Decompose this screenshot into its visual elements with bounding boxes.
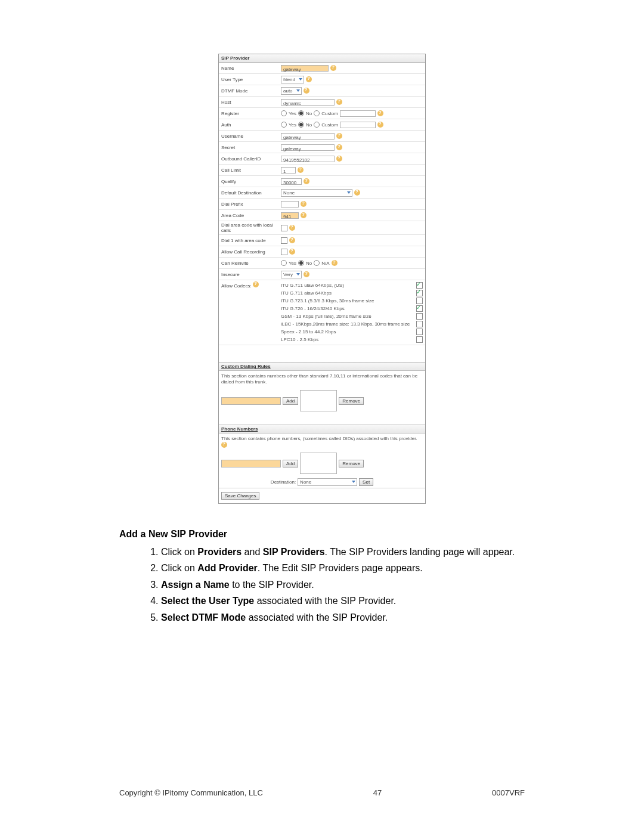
codec-checkbox[interactable] [416, 282, 423, 289]
help-icon[interactable] [336, 144, 342, 150]
dial-prefix-input[interactable] [281, 201, 299, 208]
page-footer: Copyright © IPitomy Communication, LLC 4… [0, 788, 644, 797]
help-icon[interactable] [330, 65, 336, 71]
dial-1-ac-checkbox[interactable] [281, 237, 287, 244]
custom-rules-remove-button[interactable]: Remove [339, 397, 364, 405]
username-input[interactable]: gateway [281, 133, 335, 140]
codec-row: ITU G.726 - 16/24/32/40 Kbps [281, 305, 423, 312]
help-icon[interactable] [377, 122, 383, 128]
help-icon[interactable] [336, 156, 342, 162]
phone-numbers-destination-row: Destination: None Set [219, 476, 425, 488]
auth-yes-radio[interactable] [281, 122, 287, 128]
reinvite-na-radio[interactable] [314, 260, 320, 266]
auth-custom-input[interactable] [340, 122, 376, 128]
field-qualify: Qualify 30000 [219, 176, 425, 187]
field-allow-recording: Allow Call Recording [219, 246, 425, 258]
qualify-input[interactable]: 30000 [281, 178, 302, 185]
field-default-destination: Default Destination None [219, 187, 425, 199]
secret-input[interactable]: gateway [281, 144, 335, 151]
codec-checkbox[interactable] [416, 290, 423, 296]
register-no-radio[interactable] [298, 110, 304, 116]
help-icon[interactable] [354, 190, 360, 196]
destination-select[interactable]: None [298, 478, 357, 486]
area-code-input[interactable]: 941 [281, 212, 299, 219]
phone-numbers-input[interactable] [221, 460, 281, 467]
help-icon[interactable] [336, 133, 342, 139]
codec-checkbox[interactable] [416, 321, 423, 327]
help-icon[interactable] [289, 237, 295, 243]
instruction-item: Assign a Name to the SIP Provider. [161, 578, 525, 592]
help-icon[interactable] [253, 281, 259, 287]
field-area-code: Area Code 941 [219, 210, 425, 221]
field-register: Register Yes No Custom [219, 108, 425, 119]
codec-label: ITU G.711 ulaw 64Kbps, (US) [281, 283, 416, 288]
dtmf-mode-select[interactable]: auto [281, 87, 302, 95]
instruction-item: Click on Add Provider. The Edit SIP Prov… [161, 562, 525, 575]
field-dtmf-mode: DTMF Mode auto [219, 85, 425, 97]
auth-custom-radio[interactable] [314, 122, 320, 128]
help-icon[interactable] [289, 225, 295, 231]
sip-provider-screenshot: SIP Provider Name gateway User Type frie… [218, 54, 426, 504]
codec-row: iLBC - 15Kbps,20ms frame size: 13.3 Kbps… [281, 320, 423, 328]
help-icon[interactable] [301, 212, 306, 218]
field-dial-prefix: Dial Prefix [219, 199, 425, 210]
host-input[interactable]: dynamic [281, 99, 335, 106]
help-icon[interactable] [304, 271, 309, 277]
custom-rules-input[interactable] [221, 397, 281, 405]
help-icon[interactable] [298, 167, 304, 173]
codec-row: ITU G.723.1 (5.3/6.3 Kbps, 30ms frame si… [281, 297, 423, 305]
help-icon[interactable] [221, 442, 227, 448]
codec-row: ITU G.711 ulaw 64Kbps, (US) [281, 281, 423, 289]
help-icon[interactable] [336, 99, 342, 105]
codec-label: ITU G.726 - 16/24/32/40 Kbps [281, 306, 416, 311]
help-icon[interactable] [301, 201, 306, 207]
custom-rules-add-button[interactable]: Add [283, 397, 298, 405]
insecure-select[interactable]: Very [281, 271, 302, 278]
name-input[interactable]: gateway [281, 65, 329, 72]
codec-checkbox[interactable] [416, 313, 423, 320]
codec-row: GSM - 13 Kbps (full rate), 20ms frame si… [281, 312, 423, 320]
codec-checkbox[interactable] [416, 336, 423, 343]
save-changes-button[interactable]: Save Changes [221, 492, 259, 500]
reinvite-no-radio[interactable] [298, 260, 304, 266]
field-name: Name gateway [219, 63, 425, 74]
field-auth: Auth Yes No Custom [219, 119, 425, 131]
default-destination-select[interactable]: None [281, 189, 352, 197]
help-icon[interactable] [304, 88, 309, 94]
register-custom-radio[interactable] [314, 110, 320, 116]
destination-set-button[interactable]: Set [359, 478, 373, 486]
instructions: Add a New SIP Provider Click on Provider… [119, 528, 525, 624]
auth-no-radio[interactable] [298, 122, 304, 128]
custom-rules-listbox[interactable] [300, 390, 337, 411]
help-icon[interactable] [306, 76, 312, 82]
codec-label: LPC10 - 2.5 Kbps [281, 337, 416, 342]
dial-ac-local-checkbox[interactable] [281, 225, 287, 231]
phone-numbers-desc: This section contains phone numbers, (so… [219, 433, 425, 450]
help-icon[interactable] [377, 110, 383, 116]
phone-numbers-title: Phone Numbers [219, 425, 425, 433]
codec-checkbox[interactable] [416, 305, 423, 312]
codec-label: iLBC - 15Kbps,20ms frame size: 13.3 Kbps… [281, 321, 416, 327]
phone-numbers-add-button[interactable]: Add [283, 460, 298, 467]
register-yes-radio[interactable] [281, 110, 287, 116]
phone-numbers-remove-button[interactable]: Remove [339, 460, 364, 467]
help-icon[interactable] [289, 249, 295, 255]
codec-checkbox[interactable] [416, 329, 423, 335]
codec-row: Speex - 2.15 to 44.2 Kbps [281, 328, 423, 336]
call-limit-input[interactable]: 1 [281, 167, 296, 174]
register-custom-input[interactable] [340, 110, 376, 117]
custom-rules-title: Custom Dialing Rules [219, 362, 425, 371]
codec-checkbox[interactable] [416, 298, 423, 304]
user-type-select[interactable]: friend [281, 76, 304, 83]
custom-rules-desc: This section contains numbers other than… [219, 371, 425, 388]
outbound-callerid-input[interactable]: 9419552102 [281, 156, 335, 162]
help-icon[interactable] [304, 178, 309, 184]
phone-numbers-controls: Add Remove [219, 450, 425, 476]
field-outbound-callerid: Outbound CallerID 9419552102 [219, 153, 425, 165]
reinvite-yes-radio[interactable] [281, 260, 287, 266]
instruction-item: Click on Providers and SIP Providers. Th… [161, 546, 525, 559]
custom-rules-controls: Add Remove [219, 388, 425, 414]
help-icon[interactable] [332, 260, 338, 266]
phone-numbers-listbox[interactable] [300, 453, 337, 474]
allow-recording-checkbox[interactable] [281, 249, 287, 255]
